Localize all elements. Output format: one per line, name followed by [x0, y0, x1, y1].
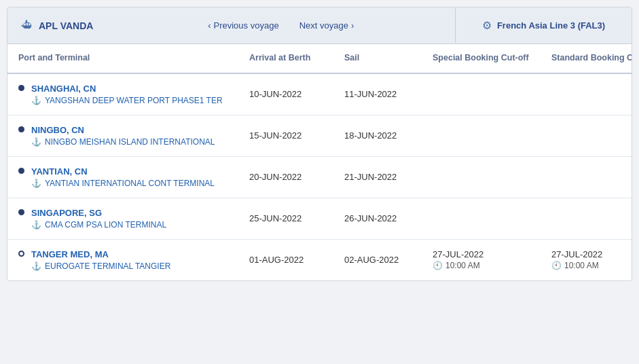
port-cell: YANTIAN, CN ⚓ YANTIAN INTERNATIONAL CONT… [18, 166, 249, 188]
col-special-booking: Special Booking Cut-off [433, 52, 551, 65]
anchor-icon: ⚓ [31, 179, 41, 188]
port-name[interactable]: YANTIAN, CN [31, 166, 215, 177]
clock-icon: 🕙 [433, 261, 443, 270]
voyage-nav: ‹ Previous voyage Next voyage › [107, 10, 455, 41]
special-cutoff-time: 🕙10:00 AM [433, 261, 551, 270]
route-icon: ⚙ [482, 19, 492, 32]
table-row: SINGAPORE, SG ⚓ CMA CGM PSA LION TERMINA… [7, 198, 632, 240]
port-name[interactable]: SINGAPORE, SG [31, 208, 166, 218]
table-row: SHANGHAI, CN ⚓ YANGSHAN DEEP WATER PORT … [7, 74, 632, 115]
terminal-name[interactable]: YANTIAN INTERNATIONAL CONT TERMINAL [45, 179, 215, 188]
arrival-date: 15-JUN-2022 [249, 130, 344, 141]
terminal-row: ⚓ YANTIAN INTERNATIONAL CONT TERMINAL [31, 179, 215, 188]
standard-cutoff-date: 27-JUL-2022 [551, 249, 632, 259]
col-standard-booking: Standard Booking Cut-off [551, 52, 632, 65]
route-section: ⚙ French Asia Line 3 (FAL3) [455, 8, 632, 43]
port-cell: NINGBO, CN ⚓ NINGBO MEISHAN ISLAND INTER… [18, 125, 249, 147]
standard-cutoff: 27-JUL-2022 🕙10:00 AM [551, 249, 632, 270]
dot [18, 168, 24, 174]
dot [18, 251, 24, 257]
main-container: ⛴ APL VANDA ‹ Previous voyage Next voyag… [7, 7, 632, 281]
dot-indicator [18, 249, 24, 257]
terminal-name[interactable]: YANGSHAN DEEP WATER PORT PHASE1 TER [45, 96, 223, 105]
table-row: TANGER MED, MA ⚓ EUROGATE TERMINAL TANGI… [7, 240, 632, 280]
terminal-row: ⚓ NINGBO MEISHAN ISLAND INTERNATIONAL [31, 137, 215, 147]
dot [18, 85, 24, 91]
sail-date: 02-AUG-2022 [344, 255, 433, 265]
dot-indicator [18, 166, 24, 174]
terminal-name[interactable]: CMA CGM PSA LION TERMINAL [45, 220, 166, 230]
voyage-rows: SHANGHAI, CN ⚓ YANGSHAN DEEP WATER PORT … [7, 74, 632, 280]
table-row: NINGBO, CN ⚓ NINGBO MEISHAN ISLAND INTER… [7, 115, 632, 157]
clock-icon: 🕙 [551, 261, 562, 270]
port-name[interactable]: NINGBO, CN [31, 125, 215, 135]
sail-date: 21-JUN-2022 [344, 172, 433, 182]
port-cell: SINGAPORE, SG ⚓ CMA CGM PSA LION TERMINA… [18, 208, 249, 230]
chevron-right-icon: › [351, 20, 354, 31]
anchor-icon: ⚓ [31, 96, 41, 105]
header: ⛴ APL VANDA ‹ Previous voyage Next voyag… [7, 7, 632, 44]
terminal-name[interactable]: NINGBO MEISHAN ISLAND INTERNATIONAL [45, 137, 215, 147]
port-cell: SHANGHAI, CN ⚓ YANGSHAN DEEP WATER PORT … [18, 84, 249, 105]
vessel-section: ⛴ APL VANDA [7, 7, 107, 43]
route-name: French Asia Line 3 (FAL3) [497, 20, 605, 31]
next-voyage-link[interactable]: Next voyage › [299, 20, 354, 31]
terminal-name[interactable]: EUROGATE TERMINAL TANGIER [45, 261, 170, 271]
previous-voyage-link[interactable]: ‹ Previous voyage [208, 20, 278, 31]
port-info: NINGBO, CN ⚓ NINGBO MEISHAN ISLAND INTER… [31, 125, 215, 147]
sail-date: 26-JUN-2022 [344, 213, 433, 223]
port-info: SHANGHAI, CN ⚓ YANGSHAN DEEP WATER PORT … [31, 84, 223, 105]
chevron-left-icon: ‹ [208, 20, 211, 31]
port-info: TANGER MED, MA ⚓ EUROGATE TERMINAL TANGI… [31, 249, 170, 271]
arrival-date: 10-JUN-2022 [249, 89, 344, 99]
col-sail: Sail [344, 52, 433, 65]
vessel-name: APL VANDA [39, 20, 93, 31]
port-name[interactable]: TANGER MED, MA [31, 249, 170, 259]
table-row: YANTIAN, CN ⚓ YANTIAN INTERNATIONAL CONT… [7, 157, 632, 198]
anchor-icon: ⚓ [31, 137, 41, 147]
special-cutoff-date: 27-JUL-2022 [433, 249, 551, 259]
port-cell: TANGER MED, MA ⚓ EUROGATE TERMINAL TANGI… [18, 249, 249, 271]
dot-indicator [18, 208, 24, 215]
dot [18, 209, 24, 215]
terminal-row: ⚓ YANGSHAN DEEP WATER PORT PHASE1 TER [31, 96, 223, 105]
special-cutoff: 27-JUL-2022 🕙10:00 AM [433, 249, 551, 270]
anchor-icon: ⚓ [31, 220, 41, 230]
dot-indicator [18, 84, 24, 91]
standard-cutoff-time: 🕙10:00 AM [551, 261, 632, 270]
sail-date: 11-JUN-2022 [344, 89, 433, 99]
terminal-row: ⚓ CMA CGM PSA LION TERMINAL [31, 220, 166, 230]
col-port-terminal: Port and Terminal [18, 52, 249, 65]
col-arrival: Arrival at Berth [249, 52, 344, 65]
terminal-row: ⚓ EUROGATE TERMINAL TANGIER [31, 261, 170, 271]
anchor-icon: ⚓ [31, 261, 41, 271]
port-info: YANTIAN, CN ⚓ YANTIAN INTERNATIONAL CONT… [31, 166, 215, 188]
dot [18, 126, 24, 132]
port-name[interactable]: SHANGHAI, CN [31, 84, 223, 94]
arrival-date: 25-JUN-2022 [249, 213, 344, 223]
dot-indicator [18, 125, 24, 132]
port-info: SINGAPORE, SG ⚓ CMA CGM PSA LION TERMINA… [31, 208, 166, 230]
column-headers: Port and Terminal Arrival at Berth Sail … [7, 44, 632, 74]
arrival-date: 20-JUN-2022 [249, 172, 344, 182]
sail-date: 18-JUN-2022 [344, 130, 433, 141]
arrival-date: 01-AUG-2022 [249, 255, 344, 265]
ship-icon: ⛴ [21, 18, 33, 33]
